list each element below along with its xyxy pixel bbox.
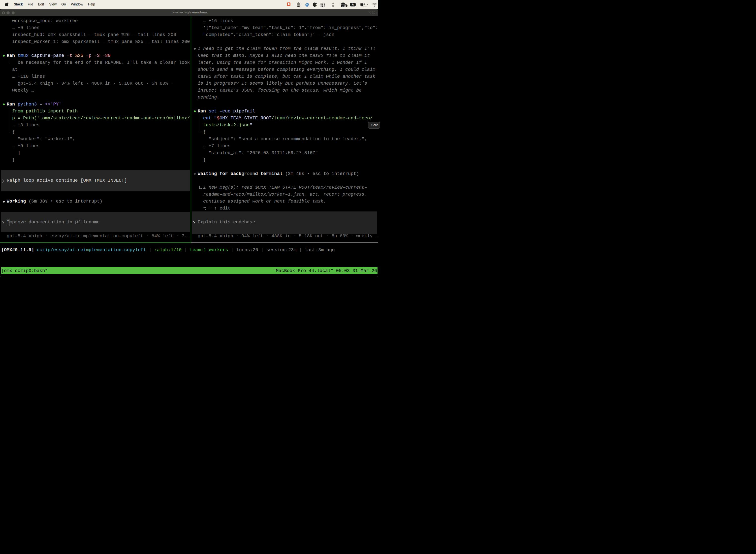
svg-text:1: 1 — [376, 11, 377, 14]
svg-text:..61: ..61 — [342, 4, 346, 7]
